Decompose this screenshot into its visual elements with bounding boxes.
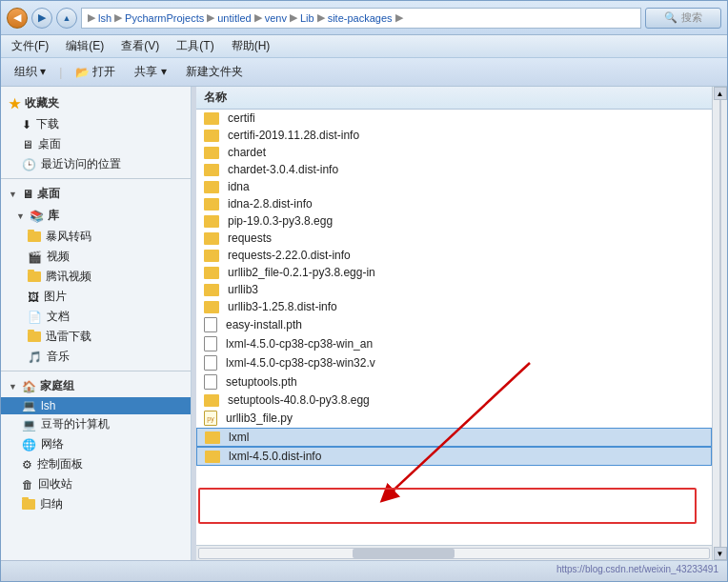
menu-help[interactable]: 帮助(H) xyxy=(229,37,273,55)
forward-button[interactable]: ▶ xyxy=(31,8,52,29)
path-sep4: ▶ xyxy=(254,11,262,24)
organize-button[interactable]: 组织 ▾ xyxy=(9,62,51,82)
sidebar-item-baofeng[interactable]: 暴风转码 xyxy=(1,227,191,247)
path-sitepackages[interactable]: site-packages xyxy=(328,12,393,24)
sidebar-item-xunlei[interactable]: 迅雷下载 xyxy=(1,327,191,347)
folder-icon xyxy=(204,181,219,193)
path-lsh[interactable]: lsh xyxy=(98,12,111,24)
favorites-header[interactable]: ★ 收藏夹 xyxy=(1,92,191,114)
file-list-item[interactable]: idna xyxy=(196,178,712,195)
folder-icon xyxy=(204,130,219,142)
scroll-up-button[interactable]: ▲ xyxy=(714,87,727,100)
divider1 xyxy=(1,178,191,179)
share-button[interactable]: 共享 ▾ xyxy=(129,62,172,82)
file-name: idna-2.8.dist-info xyxy=(228,197,313,211)
star-icon: ★ xyxy=(9,96,21,111)
file-name: lxml-4.5.0.dist-info xyxy=(229,450,321,463)
file-name: idna xyxy=(228,180,250,193)
sidebar-item-recycle[interactable]: 🗑 回收站 xyxy=(1,474,191,494)
sidebar-item-docs[interactable]: 📄 文档 xyxy=(1,307,191,327)
path-venv[interactable]: venv xyxy=(265,12,287,24)
sidebar-item-lsh[interactable]: 💻 lsh xyxy=(1,397,191,414)
file-list-item[interactable]: urllib3 xyxy=(196,281,712,298)
xunlei-icon xyxy=(28,331,41,342)
content-area: ★ 收藏夹 ⬇ 下载 🖥 桌面 🕒 最近访问的位置 xyxy=(1,87,727,560)
file-list-item[interactable]: certifi-2019.11.28.dist-info xyxy=(196,127,712,144)
scroll-track[interactable] xyxy=(198,548,710,559)
vertical-scrollbar[interactable]: ▲ ▼ xyxy=(712,87,727,560)
expand-desktop-icon: ▼ xyxy=(9,190,18,199)
file-list-item[interactable]: urllib3-1.25.8.dist-info xyxy=(196,298,712,315)
music-icon: 🎵 xyxy=(28,351,42,364)
file-list-item[interactable]: lxml xyxy=(196,428,712,447)
divider2 xyxy=(1,371,191,371)
sidebar-item-control-panel[interactable]: ⚙ 控制面板 xyxy=(1,454,191,474)
file-list-item[interactable]: setuptools-40.8.0-py3.8.egg xyxy=(196,391,712,409)
sidebar-item-music[interactable]: 🎵 音乐 xyxy=(1,347,191,367)
open-button[interactable]: 📂 打开 xyxy=(70,62,121,82)
expand-hg-icon: ▼ xyxy=(9,382,18,391)
file-list-item[interactable]: urllib2_file-0.2.1-py3.8.egg-in xyxy=(196,264,712,281)
menu-tools[interactable]: 工具(T) xyxy=(173,37,216,55)
back-button[interactable]: ◀ xyxy=(7,8,28,29)
path-lib[interactable]: Lib xyxy=(300,12,314,24)
sidebar-item-recent[interactable]: 🕒 最近访问的位置 xyxy=(1,154,191,174)
file-name: lxml xyxy=(229,431,249,444)
folder-icon xyxy=(204,147,219,159)
file-name: certifi xyxy=(228,111,255,125)
scroll-track-vertical[interactable] xyxy=(719,100,721,547)
file-icon xyxy=(204,336,217,351)
library-header[interactable]: ▼ 📚 库 xyxy=(1,205,191,227)
folder-icon xyxy=(204,284,219,296)
sidebar-item-dougo[interactable]: 💻 豆哥的计算机 xyxy=(1,414,191,434)
open-icon: 📂 xyxy=(75,66,90,79)
folder-icon xyxy=(204,301,219,313)
path-sep5: ▶ xyxy=(290,11,297,24)
file-list-item[interactable]: idna-2.8.dist-info xyxy=(196,195,712,212)
file-list-item[interactable]: pyurllib3_file.py xyxy=(196,409,712,428)
menu-file[interactable]: 文件(F) xyxy=(9,37,51,55)
file-list-item[interactable]: setuptools.pth xyxy=(196,372,712,391)
path-sep6: ▶ xyxy=(317,11,325,24)
new-folder-button[interactable]: 新建文件夹 xyxy=(180,62,249,82)
path-untitled[interactable]: untitled xyxy=(217,12,251,24)
homegroup-header[interactable]: ▼ 🏠 家庭组 xyxy=(1,375,191,397)
sidebar-item-downloads[interactable]: ⬇ 下载 xyxy=(1,114,191,134)
file-name: easy-install.pth xyxy=(226,318,302,331)
file-name: lxml-4.5.0-cp38-cp38-win_an xyxy=(226,337,373,351)
file-list-item[interactable]: requests-2.22.0.dist-info xyxy=(196,247,712,264)
file-list-item[interactable]: lxml-4.5.0-cp38-cp38-win_an xyxy=(196,334,712,353)
file-list-item[interactable]: easy-install.pth xyxy=(196,315,712,334)
address-path[interactable]: ▶ lsh ▶ PycharmProjects ▶ untitled ▶ ven… xyxy=(81,8,641,29)
sidebar-item-network[interactable]: 🌐 网络 xyxy=(1,434,191,454)
file-list-item[interactable]: certifi xyxy=(196,110,712,127)
up-button[interactable]: ▲ xyxy=(56,8,77,29)
scroll-thumb[interactable] xyxy=(353,549,455,558)
file-list-item[interactable]: lxml-4.5.0.dist-info xyxy=(196,447,712,466)
file-name: urllib3-1.25.8.dist-info xyxy=(228,300,337,313)
sidebar-item-guina[interactable]: 归纳 xyxy=(1,494,191,514)
sidebar-item-tencent[interactable]: 腾讯视频 xyxy=(1,267,191,287)
path-pycharm[interactable]: PycharmProjects xyxy=(125,12,204,24)
file-name: setuptools.pth xyxy=(226,375,297,389)
sidebar-item-video[interactable]: 🎬 视频 xyxy=(1,247,191,267)
file-list-item[interactable]: chardet xyxy=(196,144,712,161)
scroll-down-button[interactable]: ▼ xyxy=(714,547,727,560)
folder-icon xyxy=(204,250,219,262)
recycle-icon: 🗑 xyxy=(22,478,33,492)
menu-edit[interactable]: 编辑(E) xyxy=(63,37,107,55)
desktop2-header[interactable]: ▼ 🖥 桌面 xyxy=(1,183,191,205)
menu-view[interactable]: 查看(V) xyxy=(118,37,162,55)
sidebar-item-pictures[interactable]: 🖼 图片 xyxy=(1,287,191,307)
folder-icon xyxy=(204,164,219,176)
file-list-item[interactable]: requests xyxy=(196,230,712,247)
horizontal-scrollbar[interactable] xyxy=(196,545,712,560)
path-sep7: ▶ xyxy=(395,11,403,24)
file-list-item[interactable]: lxml-4.5.0-cp38-cp38-win32.v xyxy=(196,353,712,372)
file-list-item[interactable]: pip-19.0.3-py3.8.egg xyxy=(196,212,712,230)
favorites-section: ★ 收藏夹 ⬇ 下载 🖥 桌面 🕒 最近访问的位置 xyxy=(1,92,191,174)
sidebar-item-desktop[interactable]: 🖥 桌面 xyxy=(1,134,191,154)
search-button[interactable]: 🔍 搜索 xyxy=(645,8,721,29)
file-list-item[interactable]: chardet-3.0.4.dist-info xyxy=(196,161,712,178)
file-icon xyxy=(204,374,217,390)
